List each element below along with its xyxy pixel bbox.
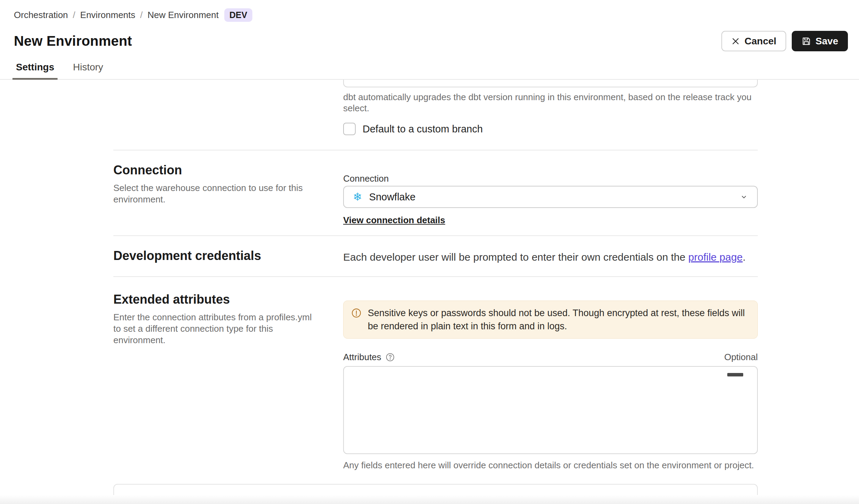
save-button-label: Save [816,36,838,47]
tab-settings[interactable]: Settings [15,62,55,79]
breadcrumb-item-new-environment: New Environment [148,10,219,20]
help-icon[interactable] [385,353,395,362]
environment-type-badge: DEV [224,8,252,22]
page-bottom-fade [0,495,859,504]
tab-bar: Settings History [0,62,859,80]
page-title: New Environment [14,33,132,49]
extended-attributes-heading: Extended attributes [113,292,328,307]
connection-description: Select the warehouse connection to use f… [113,182,328,205]
cancel-button[interactable]: Cancel [721,31,786,51]
cancel-button-label: Cancel [745,36,776,47]
chevron-down-icon [740,193,748,201]
attributes-label: Attributes [343,352,381,363]
development-credentials-heading: Development credentials [113,249,328,263]
save-icon [801,36,811,46]
alert-icon [351,308,362,318]
connection-field-label: Connection [343,173,758,184]
attributes-helper: Any fields entered here will override co… [343,460,758,471]
release-track-helper: dbt automatically upgrades the dbt versi… [343,92,758,114]
profile-page-link[interactable]: profile page [688,251,743,263]
custom-branch-label: Default to a custom branch [363,123,483,135]
custom-branch-checkbox[interactable] [343,123,356,135]
release-track-input[interactable] [343,80,758,87]
attributes-textarea[interactable] [343,366,758,454]
connection-heading: Connection [113,163,328,177]
breadcrumb-item-orchestration[interactable]: Orchestration [14,10,68,20]
breadcrumb-item-environments[interactable]: Environments [80,10,135,20]
development-credentials-section: Development credentials Each developer u… [113,236,758,276]
tab-history[interactable]: History [71,62,104,79]
warning-banner: Sensitive keys or passwords should not b… [343,301,758,339]
snowflake-icon: ❄ [353,191,362,202]
optional-label: Optional [724,352,758,363]
breadcrumb-separator: / [140,10,142,20]
development-credentials-text-after: . [743,251,745,263]
connection-select-value: Snowflake [369,191,733,203]
warning-text: Sensitive keys or passwords should not b… [368,306,750,333]
breadcrumb-separator: / [73,10,75,20]
save-button[interactable]: Save [792,31,848,51]
connection-select[interactable]: ❄ Snowflake [343,186,758,208]
development-credentials-text: Each developer user will be prompted to … [343,249,758,264]
extended-attributes-section: Extended attributes Enter the connection… [113,277,758,471]
header-actions: Cancel Save [721,31,848,51]
settings-form: dbt automatically upgrades the dbt versi… [113,80,758,504]
development-credentials-text-before: Each developer user will be prompted to … [343,251,688,263]
custom-branch-row: Default to a custom branch [343,123,758,135]
extended-attributes-description: Enter the connection attributes from a p… [113,312,318,346]
page-header: Orchestration / Environments / New Envir… [0,0,859,51]
view-connection-details-link[interactable]: View connection details [343,215,445,226]
breadcrumb: Orchestration / Environments / New Envir… [14,8,848,22]
fold-marker-icon[interactable] [727,373,743,376]
close-icon [731,37,740,46]
connection-section: Connection Select the warehouse connecti… [113,150,758,235]
